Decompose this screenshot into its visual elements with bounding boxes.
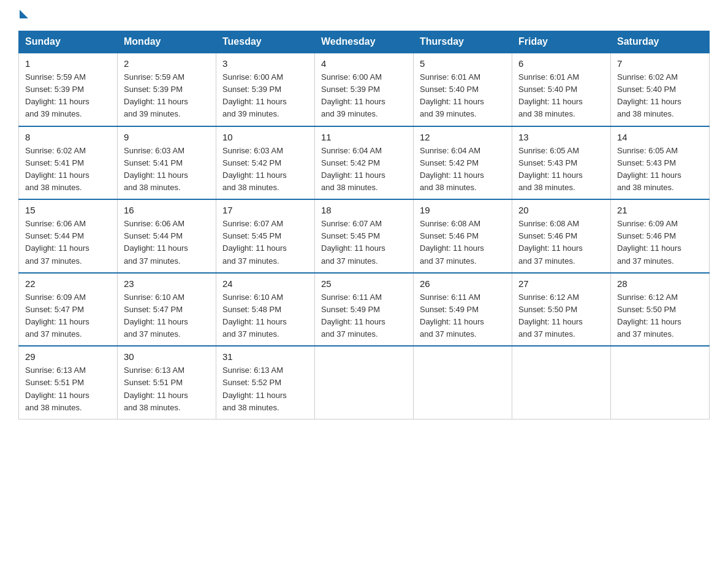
calendar-week-row: 1 Sunrise: 5:59 AM Sunset: 5:39 PM Dayli… xyxy=(19,53,710,126)
day-info: Sunrise: 6:01 AM Sunset: 5:40 PM Dayligh… xyxy=(518,71,604,121)
day-number: 18 xyxy=(321,205,407,215)
day-number: 1 xyxy=(25,58,111,69)
calendar-cell: 6 Sunrise: 6:01 AM Sunset: 5:40 PM Dayli… xyxy=(512,53,611,126)
day-info: Sunrise: 6:12 AM Sunset: 5:50 PM Dayligh… xyxy=(617,291,703,341)
day-number: 5 xyxy=(420,58,506,69)
day-number: 11 xyxy=(321,132,407,142)
calendar-cell: 17 Sunrise: 6:07 AM Sunset: 5:45 PM Dayl… xyxy=(216,199,315,273)
calendar-cell: 19 Sunrise: 6:08 AM Sunset: 5:46 PM Dayl… xyxy=(414,199,512,273)
day-info: Sunrise: 6:02 AM Sunset: 5:40 PM Dayligh… xyxy=(617,71,703,121)
day-number: 15 xyxy=(25,205,111,215)
day-number: 9 xyxy=(124,132,210,142)
calendar-cell: 22 Sunrise: 6:09 AM Sunset: 5:47 PM Dayl… xyxy=(19,273,118,347)
calendar-cell: 4 Sunrise: 6:00 AM Sunset: 5:39 PM Dayli… xyxy=(315,53,414,126)
day-info: Sunrise: 6:13 AM Sunset: 5:51 PM Dayligh… xyxy=(124,364,210,414)
calendar-cell: 7 Sunrise: 6:02 AM Sunset: 5:40 PM Dayli… xyxy=(611,53,710,126)
day-info: Sunrise: 6:06 AM Sunset: 5:44 PM Dayligh… xyxy=(25,218,111,267)
day-number: 21 xyxy=(617,205,703,215)
logo xyxy=(18,12,28,18)
day-number: 17 xyxy=(222,205,308,215)
day-number: 14 xyxy=(617,132,703,142)
calendar-cell: 24 Sunrise: 6:10 AM Sunset: 5:48 PM Dayl… xyxy=(216,273,315,347)
calendar-cell: 18 Sunrise: 6:07 AM Sunset: 5:45 PM Dayl… xyxy=(315,199,414,273)
calendar-cell: 8 Sunrise: 6:02 AM Sunset: 5:41 PM Dayli… xyxy=(19,126,118,200)
calendar-cell: 31 Sunrise: 6:13 AM Sunset: 5:52 PM Dayl… xyxy=(216,346,315,419)
day-number: 6 xyxy=(518,58,604,69)
day-info: Sunrise: 6:07 AM Sunset: 5:45 PM Dayligh… xyxy=(222,218,308,267)
day-number: 22 xyxy=(25,278,111,289)
day-number: 7 xyxy=(617,58,703,69)
day-info: Sunrise: 6:09 AM Sunset: 5:47 PM Dayligh… xyxy=(25,291,111,341)
calendar-cell xyxy=(611,346,710,419)
day-number: 3 xyxy=(222,58,308,69)
day-info: Sunrise: 6:10 AM Sunset: 5:48 PM Dayligh… xyxy=(222,291,308,341)
day-number: 24 xyxy=(222,278,308,289)
calendar-cell: 30 Sunrise: 6:13 AM Sunset: 5:51 PM Dayl… xyxy=(118,346,216,419)
day-info: Sunrise: 6:01 AM Sunset: 5:40 PM Dayligh… xyxy=(420,71,506,121)
day-info: Sunrise: 6:11 AM Sunset: 5:49 PM Dayligh… xyxy=(321,291,407,341)
day-number: 26 xyxy=(420,278,506,289)
calendar-cell xyxy=(414,346,512,419)
calendar-cell: 1 Sunrise: 5:59 AM Sunset: 5:39 PM Dayli… xyxy=(19,53,118,126)
calendar-cell xyxy=(315,346,414,419)
calendar-cell: 29 Sunrise: 6:13 AM Sunset: 5:51 PM Dayl… xyxy=(19,346,118,419)
calendar-header-row: SundayMondayTuesdayWednesdayThursdayFrid… xyxy=(19,31,710,53)
weekday-header-friday: Friday xyxy=(512,31,611,53)
day-number: 10 xyxy=(222,132,308,142)
day-info: Sunrise: 6:05 AM Sunset: 5:43 PM Dayligh… xyxy=(617,145,703,194)
calendar-cell: 23 Sunrise: 6:10 AM Sunset: 5:47 PM Dayl… xyxy=(118,273,216,347)
calendar-cell: 5 Sunrise: 6:01 AM Sunset: 5:40 PM Dayli… xyxy=(414,53,512,126)
weekday-header-monday: Monday xyxy=(118,31,216,53)
day-number: 28 xyxy=(617,278,703,289)
calendar-week-row: 15 Sunrise: 6:06 AM Sunset: 5:44 PM Dayl… xyxy=(19,199,710,273)
calendar-cell: 20 Sunrise: 6:08 AM Sunset: 5:46 PM Dayl… xyxy=(512,199,611,273)
weekday-header-tuesday: Tuesday xyxy=(216,31,315,53)
day-info: Sunrise: 6:09 AM Sunset: 5:46 PM Dayligh… xyxy=(617,218,703,267)
day-number: 8 xyxy=(25,132,111,142)
day-info: Sunrise: 6:08 AM Sunset: 5:46 PM Dayligh… xyxy=(420,218,506,267)
calendar-cell: 27 Sunrise: 6:12 AM Sunset: 5:50 PM Dayl… xyxy=(512,273,611,347)
day-number: 13 xyxy=(518,132,604,142)
day-info: Sunrise: 6:05 AM Sunset: 5:43 PM Dayligh… xyxy=(518,145,604,194)
day-info: Sunrise: 6:03 AM Sunset: 5:41 PM Dayligh… xyxy=(124,145,210,194)
day-number: 29 xyxy=(25,351,111,362)
day-info: Sunrise: 5:59 AM Sunset: 5:39 PM Dayligh… xyxy=(25,71,111,121)
day-info: Sunrise: 6:07 AM Sunset: 5:45 PM Dayligh… xyxy=(321,218,407,267)
day-number: 2 xyxy=(124,58,210,69)
calendar-cell: 11 Sunrise: 6:04 AM Sunset: 5:42 PM Dayl… xyxy=(315,126,414,200)
calendar-cell: 21 Sunrise: 6:09 AM Sunset: 5:46 PM Dayl… xyxy=(611,199,710,273)
day-info: Sunrise: 6:13 AM Sunset: 5:52 PM Dayligh… xyxy=(222,364,308,414)
day-number: 30 xyxy=(124,351,210,362)
day-number: 12 xyxy=(420,132,506,142)
day-number: 25 xyxy=(321,278,407,289)
day-info: Sunrise: 6:00 AM Sunset: 5:39 PM Dayligh… xyxy=(222,71,308,121)
weekday-header-sunday: Sunday xyxy=(19,31,118,53)
calendar-cell xyxy=(512,346,611,419)
calendar-table: SundayMondayTuesdayWednesdayThursdayFrid… xyxy=(18,31,710,419)
day-number: 27 xyxy=(518,278,604,289)
day-info: Sunrise: 6:10 AM Sunset: 5:47 PM Dayligh… xyxy=(124,291,210,341)
page-header xyxy=(18,12,710,18)
calendar-cell: 13 Sunrise: 6:05 AM Sunset: 5:43 PM Dayl… xyxy=(512,126,611,200)
calendar-cell: 15 Sunrise: 6:06 AM Sunset: 5:44 PM Dayl… xyxy=(19,199,118,273)
calendar-week-row: 22 Sunrise: 6:09 AM Sunset: 5:47 PM Dayl… xyxy=(19,273,710,347)
day-info: Sunrise: 6:12 AM Sunset: 5:50 PM Dayligh… xyxy=(518,291,604,341)
calendar-cell: 9 Sunrise: 6:03 AM Sunset: 5:41 PM Dayli… xyxy=(118,126,216,200)
weekday-header-saturday: Saturday xyxy=(611,31,710,53)
calendar-week-row: 29 Sunrise: 6:13 AM Sunset: 5:51 PM Dayl… xyxy=(19,346,710,419)
day-info: Sunrise: 6:04 AM Sunset: 5:42 PM Dayligh… xyxy=(420,145,506,194)
logo-triangle-icon xyxy=(20,10,28,18)
day-number: 19 xyxy=(420,205,506,215)
day-info: Sunrise: 6:04 AM Sunset: 5:42 PM Dayligh… xyxy=(321,145,407,194)
calendar-cell: 14 Sunrise: 6:05 AM Sunset: 5:43 PM Dayl… xyxy=(611,126,710,200)
day-number: 31 xyxy=(222,351,308,362)
calendar-cell: 16 Sunrise: 6:06 AM Sunset: 5:44 PM Dayl… xyxy=(118,199,216,273)
day-info: Sunrise: 6:06 AM Sunset: 5:44 PM Dayligh… xyxy=(124,218,210,267)
calendar-week-row: 8 Sunrise: 6:02 AM Sunset: 5:41 PM Dayli… xyxy=(19,126,710,200)
calendar-cell: 3 Sunrise: 6:00 AM Sunset: 5:39 PM Dayli… xyxy=(216,53,315,126)
calendar-cell: 2 Sunrise: 5:59 AM Sunset: 5:39 PM Dayli… xyxy=(118,53,216,126)
day-info: Sunrise: 6:13 AM Sunset: 5:51 PM Dayligh… xyxy=(25,364,111,414)
day-number: 20 xyxy=(518,205,604,215)
day-number: 16 xyxy=(124,205,210,215)
day-number: 4 xyxy=(321,58,407,69)
